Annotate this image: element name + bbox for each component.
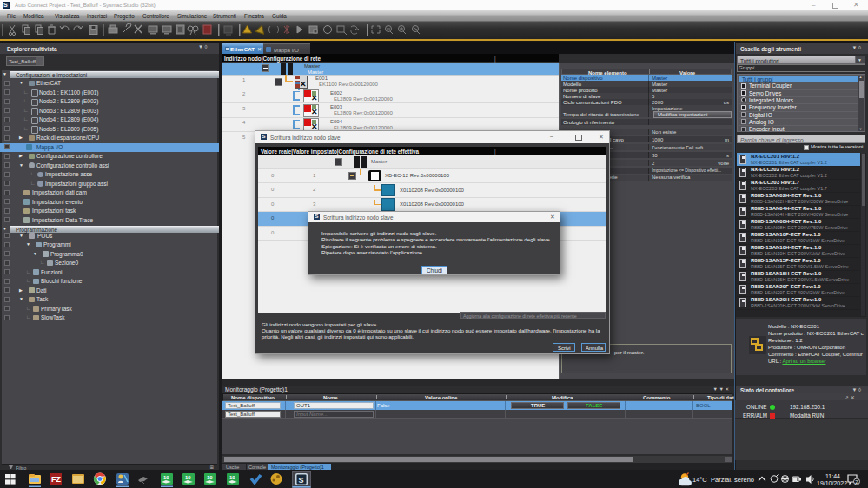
svg-text:14°C: 14°C (692, 476, 707, 484)
svg-text:2: 2 (855, 479, 858, 485)
svg-text:10: 10 (229, 475, 235, 480)
svg-text:10: 10 (185, 475, 191, 480)
svg-text:11:44: 11:44 (825, 473, 840, 479)
svg-text:10: 10 (207, 475, 213, 480)
svg-text:S: S (299, 476, 304, 485)
svg-text:FZ: FZ (51, 475, 61, 484)
svg-text:Parzial. sereno: Parzial. sereno (711, 476, 754, 484)
svg-text:19/10/2022: 19/10/2022 (817, 480, 847, 486)
svg-text:10: 10 (163, 475, 169, 480)
